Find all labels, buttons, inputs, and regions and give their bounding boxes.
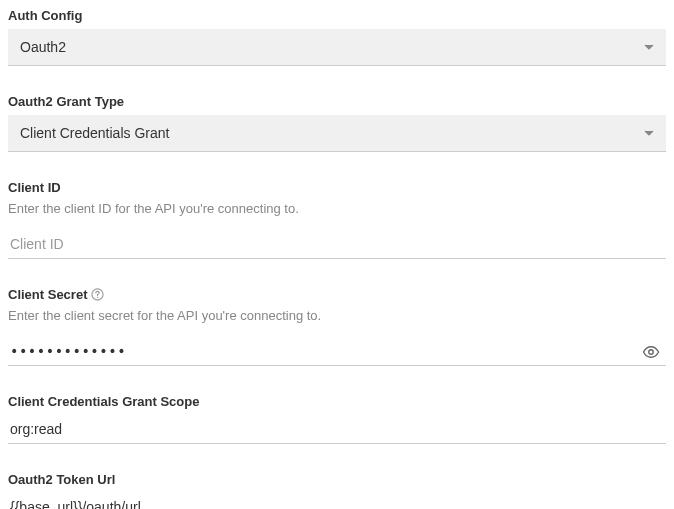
svg-point-1 — [97, 297, 98, 298]
client-secret-input[interactable]: ••••••••••••• — [8, 337, 666, 366]
help-icon[interactable] — [91, 288, 104, 301]
grant-type-field: Oauth2 Grant Type Client Credentials Gra… — [8, 94, 666, 152]
grant-type-select[interactable]: Client Credentials Grant — [8, 115, 666, 152]
scope-label: Client Credentials Grant Scope — [8, 394, 666, 409]
token-url-label: Oauth2 Token Url — [8, 472, 666, 487]
scope-field: Client Credentials Grant Scope — [8, 394, 666, 444]
client-secret-field: Client Secret Enter the client secret fo… — [8, 287, 666, 366]
client-id-help: Enter the client ID for the API you're c… — [8, 201, 666, 216]
scope-input[interactable] — [8, 415, 666, 444]
auth-config-label: Auth Config — [8, 8, 666, 23]
grant-type-value: Client Credentials Grant — [20, 125, 169, 141]
svg-point-2 — [649, 349, 654, 354]
client-secret-input-wrapper: ••••••••••••• — [8, 337, 666, 366]
auth-config-select[interactable]: Oauth2 — [8, 29, 666, 66]
chevron-down-icon — [644, 130, 654, 136]
client-secret-help: Enter the client secret for the API you'… — [8, 308, 666, 323]
client-id-field: Client ID Enter the client ID for the AP… — [8, 180, 666, 259]
eye-icon[interactable] — [642, 343, 660, 361]
grant-type-label: Oauth2 Grant Type — [8, 94, 666, 109]
chevron-down-icon — [644, 44, 654, 50]
auth-config-field: Auth Config Oauth2 — [8, 8, 666, 66]
token-url-input[interactable] — [8, 493, 666, 509]
token-url-field: Oauth2 Token Url — [8, 472, 666, 509]
client-secret-label-text: Client Secret — [8, 287, 87, 302]
client-id-input[interactable] — [8, 230, 666, 259]
client-secret-label: Client Secret — [8, 287, 666, 302]
client-id-label: Client ID — [8, 180, 666, 195]
auth-config-value: Oauth2 — [20, 39, 66, 55]
